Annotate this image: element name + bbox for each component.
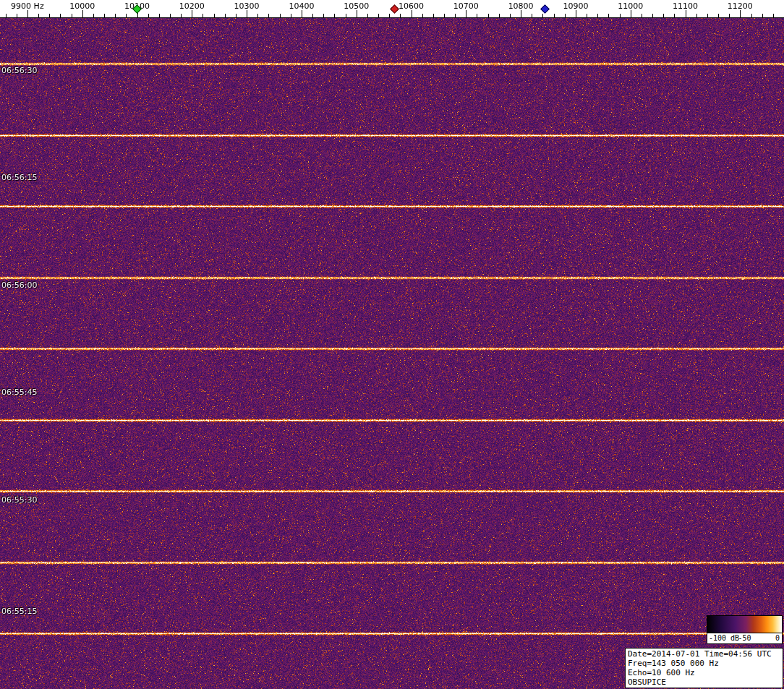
freq-tick-label: 10500 [344,1,369,11]
time-label: 06:55:30 [1,495,37,505]
spectrogram-app-window: 9900 Hz100001010010200103001040010500106… [0,0,784,689]
time-label: 06:55:45 [1,388,37,397]
freq-tick-label: 10600 [399,1,424,11]
freq-tick-label: 11100 [673,1,698,11]
freq-tick-label: 9900 Hz [11,1,44,11]
observation-info-box: Date=2014-07-01 Time=04:56 UTC Freq=143 … [625,648,783,688]
freq-tick-label: 10900 [563,1,588,11]
freq-tick-label: 10700 [453,1,479,11]
info-frequency: Freq=143 050 000 Hz [628,659,780,668]
freq-tick-label: 10800 [508,1,534,11]
freq-tick-label: 11200 [728,1,753,11]
legend-max-label: 0 [775,634,780,642]
legend-min-label: -100 dB [709,634,739,642]
spectrogram-canvas[interactable] [0,18,784,689]
freq-tick-label: 10400 [289,1,314,11]
time-label: 06:56:15 [1,173,37,182]
freq-tick-label: 10200 [179,1,205,11]
color-scale-legend: -100 dB -50 0 [707,615,783,644]
info-echo-frequency: Echo=10 600 Hz [628,668,780,677]
legend-mid-label: -50 [738,634,751,642]
frequency-ruler[interactable]: 9900 Hz100001010010200103001040010500106… [0,0,784,18]
freq-tick-label: 10000 [69,1,95,11]
info-date-time: Date=2014-07-01 Time=04:56 UTC [628,649,780,659]
freq-tick-label: 11000 [618,1,643,11]
color-scale-gradient [707,616,782,633]
time-label: 06:55:15 [1,607,37,616]
color-scale-labels: -100 dB -50 0 [707,633,782,643]
freq-tick-label: 10300 [234,1,260,11]
info-station-id: OBSUPICE [628,677,780,687]
time-label: 06:56:00 [1,281,37,290]
time-label: 06:56:30 [1,66,37,75]
